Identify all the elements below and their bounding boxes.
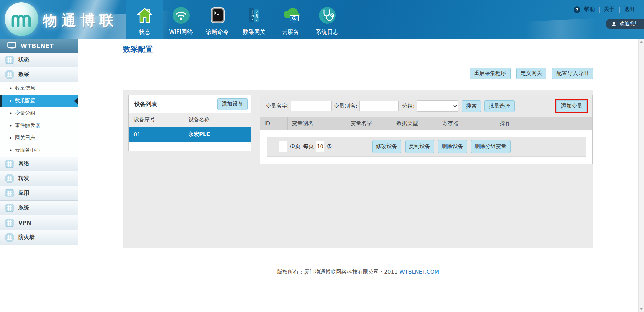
page-number-input[interactable]	[279, 141, 287, 152]
add-variable-highlight: 添加变量	[555, 99, 588, 113]
sidebar-item-system[interactable]: 系统	[0, 201, 78, 215]
help-icon: ?	[574, 6, 580, 13]
group-label: 分组:	[402, 103, 415, 110]
variable-panel: 变量名字: 变量别名: 分组: 搜索 批量选择 添加变量 ID 变量别名 变量名…	[260, 95, 593, 164]
grid-icon	[5, 219, 14, 227]
device-col-no: 设备序号	[129, 113, 183, 127]
sidebar-item-gateway-log[interactable]: 网关日志	[0, 132, 78, 144]
sidebar-item-collect-info[interactable]: 数采信息	[0, 82, 78, 95]
variable-name-input[interactable]	[291, 101, 332, 111]
nav-item-wifi[interactable]: WIFI网络	[163, 0, 199, 39]
variable-alias-input[interactable]	[359, 101, 399, 111]
sidebar-item-firewall[interactable]: 防火墙	[0, 230, 78, 245]
sidebar-item-vpn[interactable]: VPN	[0, 215, 78, 230]
caret-right-icon	[10, 149, 12, 152]
nav-item-gateway[interactable]: 数采网关	[236, 0, 272, 39]
add-variable-button[interactable]: 添加变量	[556, 100, 587, 112]
sidebar-item-application[interactable]: 应用	[0, 186, 78, 201]
col-id: ID	[260, 117, 288, 130]
nav-item-diagnostic[interactable]: 诊断命令	[199, 0, 236, 39]
sidebar-item-cloud-center[interactable]: 云服务中心	[0, 144, 78, 157]
nav-label: 状态	[139, 28, 150, 36]
nav-item-syslog[interactable]: 系统日志	[309, 0, 345, 39]
caret-right-icon	[10, 137, 12, 139]
col-register: 寄存器	[438, 117, 496, 130]
user-links: ? 帮助 | 关于 | 退出	[574, 6, 635, 13]
sidebar-title: WTBLNET	[21, 43, 54, 49]
sidebar: WTBLNET 状态 数采 数采信息 数采配置 变量分组 事件触发器 网关日志 …	[0, 39, 78, 312]
nav-item-cloud[interactable]: 云服务	[272, 0, 309, 39]
pagination-actions-bar: /0页 每页 条 修改设备 复制设备 删除设备 删除分组变量	[267, 137, 586, 157]
sidebar-item-event-trigger[interactable]: 事件触发器	[0, 119, 78, 132]
sidebar-item-label: 数采配置	[15, 98, 35, 104]
sidebar-item-forward[interactable]: 转发	[0, 171, 78, 186]
cloud-service-icon	[281, 5, 301, 26]
add-device-button[interactable]: 添加设备	[217, 98, 248, 110]
scrollbar-down-icon[interactable]	[639, 306, 644, 312]
footer-divider	[123, 260, 593, 260]
nav-item-status[interactable]: 状态	[126, 0, 163, 39]
welcome-badge[interactable]: 欢迎您!	[606, 19, 644, 29]
col-alias: 变量别名	[288, 117, 346, 130]
copyright-text: 版权所有：厦门物通博联网络科技有限公司 · 2011	[277, 269, 398, 275]
sidebar-item-data-collect[interactable]: 数采	[0, 67, 78, 82]
sidebar-item-variable-group[interactable]: 变量分组	[0, 107, 78, 119]
sidebar-item-collect-config[interactable]: 数采配置	[0, 95, 78, 107]
batch-select-button[interactable]: 批量选择	[484, 100, 515, 112]
device-table-header: 设备序号 设备名称	[129, 113, 251, 127]
device-no: 01	[129, 127, 183, 142]
app-header: 物通博联 状态 WIFI网络	[0, 0, 644, 39]
logout-link[interactable]: 退出	[624, 6, 635, 13]
scrollbar-up-icon[interactable]	[639, 39, 644, 45]
about-link[interactable]: 关于	[604, 6, 615, 13]
sidebar-item-label: 数采	[18, 71, 29, 78]
footer-link[interactable]: WTBLNET.COM	[399, 269, 439, 275]
main-content: 数采配置 重启采集程序 定义网关 配置导入导出 设备列表 添加设备 设备序号 设…	[78, 39, 638, 312]
config-import-export-button[interactable]: 配置导入导出	[552, 68, 593, 79]
user-icon	[611, 21, 616, 27]
help-link[interactable]: 帮助	[584, 6, 595, 13]
page-toolbar: 重启采集程序 定义网关 配置导入导出	[123, 68, 593, 79]
divider: |	[598, 6, 600, 13]
copy-device-button[interactable]: 复制设备	[405, 140, 434, 153]
col-datatype: 数据类型	[392, 117, 438, 130]
device-action-buttons: 修改设备 复制设备 删除设备 删除分组变量	[372, 140, 511, 153]
brand-name: 物通博联	[43, 11, 118, 30]
define-gateway-button[interactable]: 定义网关	[516, 68, 546, 79]
server-gateway-icon	[246, 5, 263, 26]
top-navigation: 状态 WIFI网络	[126, 0, 345, 39]
device-col-name: 设备名称	[183, 113, 251, 127]
per-page-input[interactable]	[316, 141, 324, 152]
variable-name-label: 变量名字:	[266, 103, 289, 110]
grid-icon	[5, 233, 14, 242]
nav-label: 云服务	[282, 28, 299, 36]
grid-icon	[5, 189, 14, 197]
sidebar-item-label: 应用	[18, 190, 29, 197]
wifi-icon	[172, 5, 190, 26]
welcome-text: 欢迎您!	[620, 21, 637, 27]
device-name: 永宏PLC	[183, 127, 251, 142]
sidebar-item-network[interactable]: 网络	[0, 157, 78, 171]
unit-label: 条	[327, 143, 332, 150]
page-suffix: /0页	[290, 143, 301, 150]
device-empty-row	[129, 142, 251, 151]
sidebar-item-label: 变量分组	[15, 110, 35, 116]
sidebar-item-label: 云服务中心	[15, 147, 40, 153]
search-button[interactable]: 搜索	[462, 100, 481, 112]
modify-device-button[interactable]: 修改设备	[372, 140, 401, 153]
col-actions: 操作	[496, 117, 592, 130]
sidebar-item-label: 防火墙	[18, 234, 35, 241]
per-page-label: 每页	[303, 143, 314, 150]
restart-collector-button[interactable]: 重启采集程序	[470, 68, 511, 79]
nav-label: 数采网关	[243, 28, 266, 36]
sidebar-item-status[interactable]: 状态	[0, 53, 78, 67]
vertical-scrollbar[interactable]	[638, 39, 644, 312]
delete-device-button[interactable]: 删除设备	[438, 140, 467, 153]
monitor-icon	[7, 42, 16, 50]
device-row-selected[interactable]: 01 永宏PLC	[129, 127, 251, 142]
grid-icon	[5, 70, 14, 79]
group-select[interactable]	[417, 100, 458, 112]
variable-table-body: /0页 每页 条 修改设备 复制设备 删除设备 删除分组变量	[260, 130, 592, 164]
sidebar-item-label: 事件触发器	[15, 122, 40, 129]
delete-group-variable-button[interactable]: 删除分组变量	[471, 140, 511, 153]
